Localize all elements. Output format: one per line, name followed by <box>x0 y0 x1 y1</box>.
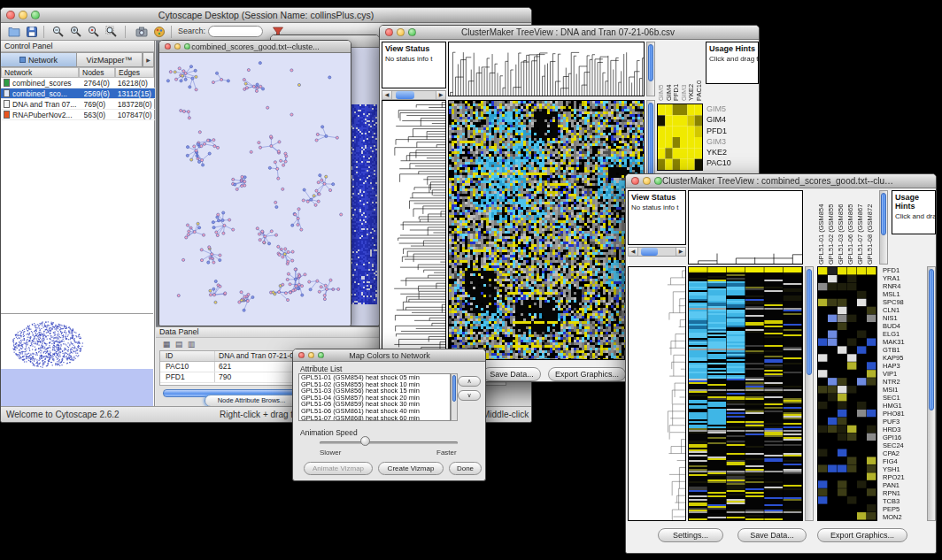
move-up-button[interactable]: ∧ <box>458 376 481 387</box>
column-header-edges[interactable]: Edges <box>115 67 154 78</box>
gene-label[interactable]: CPA2 <box>881 449 925 457</box>
treeview1-titlebar[interactable]: ClusterMaker TreeView : DNA and Tran 07-… <box>380 26 759 40</box>
scroll-thumb[interactable] <box>881 193 886 235</box>
animate-vizmap-button[interactable]: Animate Vizmap <box>304 462 373 475</box>
zoom-selected-icon[interactable] <box>86 25 102 39</box>
birdseye-view-canvas[interactable] <box>1 313 153 406</box>
column-label[interactable]: GPL51-01 (GSM854 <box>817 190 827 265</box>
gene-label[interactable]: RNR4 <box>881 282 925 290</box>
minimize-button[interactable] <box>643 177 651 185</box>
column-label[interactable]: PFD1 <box>672 42 680 101</box>
main-titlebar[interactable]: Cytoscape Desktop (Session Name: collins… <box>1 8 531 23</box>
attribute-matrix-icon[interactable]: ▤ <box>174 339 184 349</box>
gene-label[interactable]: NTR2 <box>881 378 925 386</box>
row-label[interactable]: YKE2 <box>706 147 760 157</box>
column-header-nodes[interactable]: Nodes <box>79 67 115 78</box>
treeview2-titlebar[interactable]: ClusterMaker TreeView : combined_scores_… <box>626 174 936 188</box>
dendrogram-hscrollbar[interactable]: ◀ ▶ <box>382 90 446 100</box>
animation-speed-slider[interactable] <box>320 441 458 444</box>
slider-thumb[interactable] <box>360 436 370 446</box>
search-input[interactable] <box>208 26 263 37</box>
zoom-heatmap-canvas[interactable] <box>657 104 703 171</box>
minimize-button[interactable] <box>397 28 405 36</box>
zoom-button[interactable] <box>408 28 416 36</box>
gene-label[interactable]: ELG1 <box>881 330 925 338</box>
network-graph-canvas[interactable] <box>159 53 351 326</box>
gene-label[interactable]: GPI16 <box>881 433 925 441</box>
network-table-row[interactable]: combined_scores 2764(0) 16218(0) <box>1 78 155 88</box>
network-table-row[interactable]: DNA and Tran 07... 769(0) 183728(0) <box>1 99 155 110</box>
scroll-thumb[interactable] <box>648 44 653 81</box>
row-label[interactable]: PAC10 <box>706 157 760 168</box>
attribute-listbox[interactable]: GPL51-01 (GSM854) heat shock 05 minGPL51… <box>298 373 451 421</box>
gene-label[interactable]: YSH1 <box>881 465 925 473</box>
close-button[interactable] <box>631 177 639 185</box>
attribute-grid-icon[interactable]: ▥ <box>186 339 197 349</box>
scroll-thumb[interactable] <box>641 248 657 256</box>
heatmap-vscrollbar[interactable] <box>805 266 814 521</box>
column-dendrogram-canvas[interactable] <box>688 190 803 265</box>
gene-label[interactable]: MON2 <box>881 513 925 521</box>
gene-label[interactable]: RPO21 <box>881 473 925 481</box>
column-vscrollbar[interactable] <box>646 42 655 96</box>
close-button[interactable] <box>6 11 15 19</box>
gene-label[interactable]: TCB3 <box>881 497 925 505</box>
gene-label[interactable]: PUF3 <box>881 418 925 426</box>
close-button[interactable] <box>298 352 305 358</box>
scroll-left-icon[interactable]: ◀ <box>382 91 392 99</box>
column-label[interactable]: GPL51-02 (GSM855 <box>827 190 837 265</box>
column-label[interactable]: GPL51-03 (GSM856 <box>837 190 846 265</box>
attribute-list-item[interactable]: GPL51-07 (GSM868) heat shock 60 min <box>299 415 450 421</box>
gene-label[interactable]: HAP3 <box>881 362 925 370</box>
settings-button[interactable]: Settings... <box>658 528 723 542</box>
node-attribute-browser-button[interactable]: Node Attribute Brows... <box>205 395 298 407</box>
row-label[interactable]: GIM4 <box>706 114 760 125</box>
zoom-button[interactable] <box>184 43 190 50</box>
gene-label[interactable]: MSI1 <box>881 386 925 394</box>
column-label[interactable]: PAC10 <box>695 42 703 101</box>
tab-network[interactable]: Network <box>1 52 77 67</box>
gene-label[interactable]: VIP1 <box>881 370 925 378</box>
network-view-titlebar[interactable]: combined_scores_good.txt--cluste... <box>159 41 351 53</box>
gene-list-vscrollbar[interactable] <box>927 266 936 521</box>
export-graphics-button[interactable]: Export Graphics... <box>817 528 907 542</box>
scroll-right-icon[interactable]: ▶ <box>436 91 445 99</box>
heatmap-canvas[interactable] <box>448 100 645 360</box>
zoom-button[interactable] <box>318 352 324 358</box>
network-table-row[interactable]: RNAPuberNov2... 563(0) 107847(0) <box>1 110 155 120</box>
column-header-id[interactable]: ID <box>160 351 215 361</box>
attribute-select-icon[interactable]: ▦ <box>161 339 172 349</box>
column-label[interactable]: GIM4 <box>665 42 673 101</box>
gene-label[interactable]: PHO81 <box>881 410 925 418</box>
minimize-button[interactable] <box>19 11 27 19</box>
minimize-button[interactable] <box>174 43 181 50</box>
scroll-thumb[interactable] <box>929 269 934 410</box>
column-dendrogram-canvas[interactable] <box>448 42 645 96</box>
heatmap-canvas[interactable] <box>688 266 803 521</box>
row-dendrogram-canvas[interactable] <box>382 100 446 360</box>
gene-label[interactable]: FIG4 <box>881 457 925 465</box>
move-down-button[interactable]: ∨ <box>458 390 481 401</box>
zoom-button[interactable] <box>31 11 40 19</box>
gene-label[interactable]: PEP5 <box>881 505 925 513</box>
gene-label[interactable]: RPN1 <box>881 489 925 497</box>
column-label[interactable]: GPL51-07 (GSM867 <box>856 190 866 265</box>
export-graphics-button[interactable]: Export Graphics... <box>548 367 626 381</box>
dialog-titlebar[interactable]: Map Colors to Network <box>293 349 485 362</box>
gene-label[interactable]: HMG1 <box>881 402 925 410</box>
zoom-out-icon[interactable] <box>50 25 66 39</box>
listbox-vscrollbar[interactable] <box>451 373 458 421</box>
gene-label[interactable]: PFD1 <box>881 266 925 274</box>
gene-label[interactable]: CLN1 <box>881 306 925 314</box>
tab-overflow-arrow-icon[interactable]: ▶ <box>143 52 154 67</box>
done-button[interactable]: Done <box>449 462 482 475</box>
gene-label[interactable]: MSL1 <box>881 290 925 298</box>
gene-label[interactable]: SEC1 <box>881 394 925 402</box>
column-label[interactable]: GIM5 <box>657 42 665 101</box>
column-label[interactable]: GIM3 <box>680 42 688 101</box>
column-label[interactable]: GPL51-08 (GSM872 <box>866 190 876 265</box>
gene-label[interactable]: SEC24 <box>881 441 925 449</box>
save-icon[interactable] <box>24 25 40 39</box>
open-folder-icon[interactable] <box>6 25 22 39</box>
gene-label[interactable]: YRA1 <box>881 274 925 282</box>
